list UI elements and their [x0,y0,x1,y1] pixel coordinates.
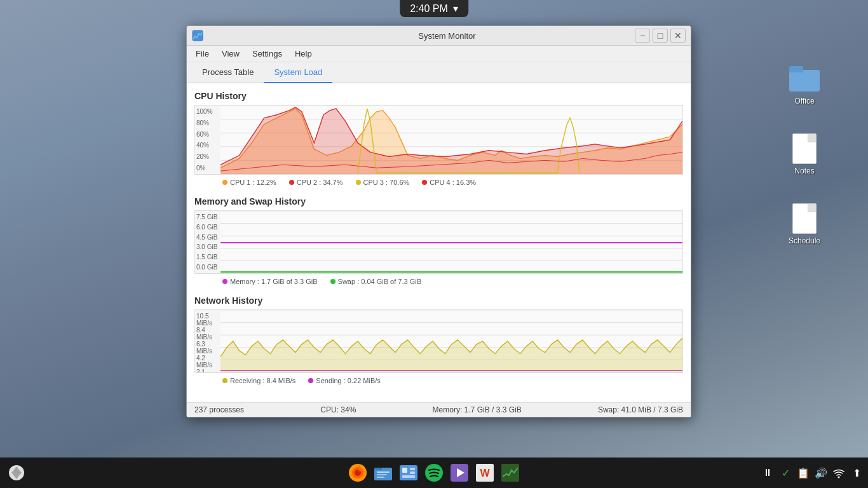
menu-bar: File View Settings Help [187,46,691,62]
desktop-icon-office[interactable]: Office [779,64,830,105]
taskbar-filemanager-icon[interactable] [372,461,395,484]
taskbar-start-icon[interactable] [5,461,28,484]
desktop-icon-schedule[interactable]: Schedule [779,203,830,245]
status-memory: Memory: 1.7 GiB / 3.3 GiB [433,405,522,414]
svg-rect-32 [377,474,387,475]
tab-system-load[interactable]: System Load [264,62,332,83]
network-section: Network History 10.5 MiB/s 8.4 MiB/s 6.3… [194,295,683,387]
status-bar: 237 processes CPU: 34% Memory: 1.7 GiB /… [187,402,691,417]
sending-legend-item: Sending : 0.22 MiB/s [308,377,381,384]
network-section-title: Network History [194,295,683,306]
wifi-icon[interactable] [832,466,845,479]
menu-help[interactable]: Help [288,47,318,60]
mem-y-45: 4.5 GiB [196,234,218,241]
status-swap: Swap: 41.0 MiB / 7.3 GiB [598,405,683,414]
svg-marker-23 [220,338,682,372]
clock-dropdown-arrow[interactable]: ▾ [453,3,458,15]
schedule-icon-label: Schedule [789,236,820,245]
network-chart-container: 10.5 MiB/s 8.4 MiB/s 6.3 MiB/s 4.2 MiB/s… [194,309,683,373]
memory-label: Memory : 1.7 GiB of 3.3 GiB [230,278,318,285]
memory-chart-container: 7.5 GiB 6.0 GiB 4.5 GiB 3.0 GiB 1.5 GiB … [194,210,683,274]
net-y-84: 8.4 MiB/s [196,327,218,341]
schedule-doc-icon [789,203,820,234]
svg-rect-38 [402,475,415,478]
taskbar-thunar-icon[interactable] [397,461,420,484]
maximize-button[interactable]: □ [653,29,668,43]
window-titlebar: System Monitor − □ ✕ [187,26,691,46]
notes-icon-label: Notes [794,166,814,175]
status-cpu: CPU: 34% [320,405,356,414]
menu-settings[interactable]: Settings [246,47,288,60]
net-y-21: 2.1 MiB/s [196,369,218,373]
svg-rect-35 [402,468,407,473]
swap-label: Swap : 0.04 GiB of 7.3 GiB [338,278,421,285]
menu-file[interactable]: File [189,47,215,60]
sending-label: Sending : 0.22 MiB/s [316,377,381,384]
pause-icon[interactable]: ⏸ [761,466,774,479]
cpu2-legend: CPU 2 : 34.7% [289,179,343,186]
memory-legend-item: Memory : 1.7 GiB of 3.3 GiB [222,278,318,285]
minimize-button[interactable]: − [635,29,650,43]
network-chart-area [220,310,682,372]
tabs-bar: Process Table System Load [187,62,691,83]
clock-time: 2:40 PM [410,3,448,15]
desktop: 2:40 PM ▾ Office Notes Schedule [0,0,868,488]
taskbar-left [5,461,28,484]
cpu-y-20: 20% [196,153,218,160]
cpu4-label: CPU 4 : 16.3% [430,179,476,186]
net-y-42: 4.2 MiB/s [196,355,218,369]
cpu-section-title: CPU History [194,91,683,101]
receiving-dot [222,378,227,383]
swap-legend-item: Swap : 0.04 GiB of 7.3 GiB [330,278,421,285]
cpu4-dot [422,180,427,185]
taskbar-player-icon[interactable] [448,461,471,484]
net-y-105: 10.5 MiB/s [196,313,218,327]
svg-rect-30 [374,468,382,470]
cpu-y-100: 100% [196,108,218,115]
cpu3-dot [356,180,361,185]
desktop-icon-notes[interactable]: Notes [779,133,830,175]
window-content: CPU History 100% 80% 60% 40% 20% 0% [187,83,691,402]
taskbar-spotify-icon[interactable] [423,461,445,484]
upload-icon[interactable]: ⬆ [850,466,863,479]
cpu-section: CPU History 100% 80% 60% 40% 20% 0% [194,91,683,189]
cpu-legend: CPU 1 : 12.2% CPU 2 : 34.7% CPU 3 : 70.6… [194,175,683,189]
cpu4-legend: CPU 4 : 16.3% [422,179,476,186]
status-processes: 237 processes [194,405,244,414]
clipboard-icon[interactable]: 📋 [797,466,810,479]
cpu-y-40: 40% [196,142,218,149]
svg-rect-33 [377,477,384,478]
cpu3-label: CPU 3 : 70.6% [363,179,410,186]
receiving-label: Receiving : 8.4 MiB/s [230,377,295,384]
memory-section-title: Memory and Swap History [194,196,683,207]
cpu-chart-area [220,105,682,174]
cpu-y-labels: 100% 80% 60% 40% 20% 0% [195,105,220,174]
memory-dot [222,279,227,284]
svg-point-45 [838,477,840,478]
taskbar-firefox-icon[interactable] [346,461,369,484]
mem-y-30: 3.0 GiB [196,243,218,250]
network-legend: Receiving : 8.4 MiB/s Sending : 0.22 MiB… [194,373,683,387]
menu-view[interactable]: View [215,47,246,60]
cpu3-legend: CPU 3 : 70.6% [356,179,410,186]
cpu-y-60: 60% [196,131,218,138]
notes-doc-icon [789,133,820,164]
close-button[interactable]: ✕ [670,29,686,43]
mem-y-15: 1.5 GiB [196,254,218,261]
tab-process-table[interactable]: Process Table [192,62,264,83]
mem-y-0: 0.0 GiB [196,264,218,271]
cpu-chart-svg [220,105,682,174]
memory-chart-svg [220,211,682,273]
net-y-63: 6.3 MiB/s [196,341,218,355]
volume-icon[interactable]: 🔊 [815,466,827,479]
top-clock-bar[interactable]: 2:40 PM ▾ [400,0,468,17]
cpu-y-80: 80% [196,119,218,126]
taskbar-wps-icon[interactable]: W [473,461,496,484]
check-icon[interactable]: ✓ [779,466,792,479]
cpu-y-0: 0% [196,165,218,172]
memory-section: Memory and Swap History 7.5 GiB 6.0 GiB … [194,196,683,288]
taskbar-stocks-icon[interactable] [499,461,522,484]
cpu1-dot [222,180,227,185]
window-controls: − □ ✕ [635,29,686,43]
svg-text:W: W [480,468,490,478]
